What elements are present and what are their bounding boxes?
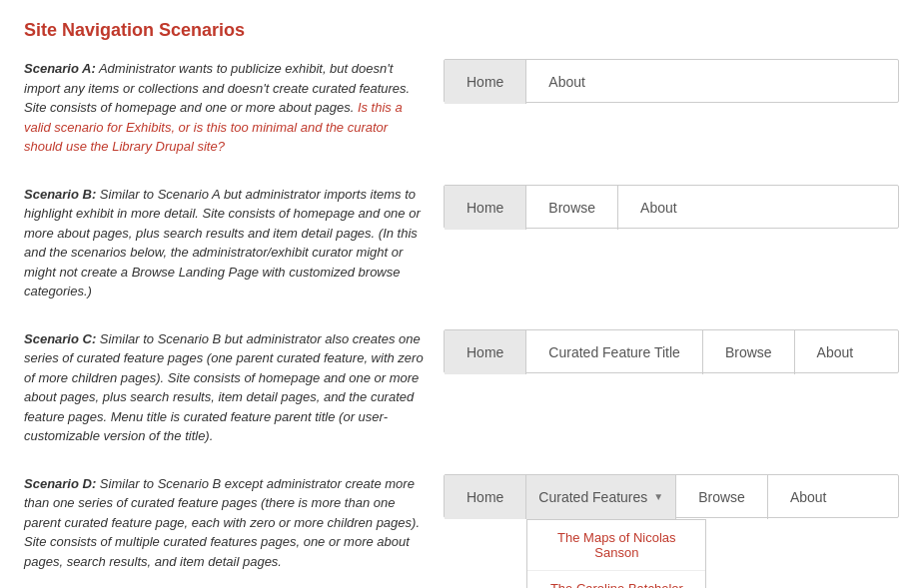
nav-home-a[interactable]: Home	[445, 60, 526, 104]
curated-features-menu: The Maps of Nicolas Sanson The Caroline …	[526, 519, 706, 589]
dropdown-item-sanson[interactable]: The Maps of Nicolas Sanson	[527, 520, 705, 571]
scenario-d-label: Scenario D:	[24, 476, 96, 491]
scenario-c-body: Similar to Scenario B but administrator …	[24, 331, 424, 444]
scenario-b-body: Similar to Scenario A but administrator …	[24, 187, 421, 299]
nav-about-d[interactable]: About	[768, 475, 849, 519]
scenario-c-row: Scenario C: Similar to Scenario B but ad…	[24, 329, 899, 446]
scenario-c-text: Scenario C: Similar to Scenario B but ad…	[24, 329, 444, 446]
scenario-b-text: Scenario B: Similar to Scenario A but ad…	[24, 185, 444, 301]
nav-about-b[interactable]: About	[618, 186, 699, 230]
scenario-b-nav: Home Browse About	[444, 185, 899, 229]
dropdown-item-batchelor[interactable]: The Caroline Batchelor Collection	[527, 571, 705, 589]
nav-about-c[interactable]: About	[795, 330, 876, 374]
curated-features-label: Curated Features	[538, 489, 647, 505]
scenario-c-label: Scenario C:	[24, 331, 96, 346]
nav-browse-c[interactable]: Browse	[703, 330, 795, 374]
nav-home-b[interactable]: Home	[445, 186, 526, 230]
scenario-a-nav: Home About	[444, 59, 899, 103]
curated-features-dropdown-btn[interactable]: Curated Features ▼	[526, 475, 676, 519]
scenario-d-text: Scenario D: Similar to Scenario B except…	[24, 474, 444, 572]
nav-about-a[interactable]: About	[526, 60, 607, 104]
nav-browse-b[interactable]: Browse	[526, 186, 618, 230]
nav-browse-d[interactable]: Browse	[676, 475, 768, 519]
nav-home-c[interactable]: Home	[445, 330, 526, 374]
scenario-b-row: Scenario B: Similar to Scenario A but ad…	[24, 185, 899, 301]
dropdown-arrow-icon: ▼	[653, 491, 663, 502]
nav-home-d[interactable]: Home	[445, 475, 526, 519]
scenario-a-text: Scenario A: Administrator wants to publi…	[24, 59, 444, 157]
scenario-a-row: Scenario A: Administrator wants to publi…	[24, 59, 899, 157]
page-title: Site Navigation Scenarios	[24, 20, 899, 41]
curated-features-dropdown-wrapper: Curated Features ▼ The Maps of Nicolas S…	[526, 475, 676, 519]
scenario-c-nav: Home Curated Feature Title Browse About	[444, 329, 899, 373]
scenario-a-label: Scenario A:	[24, 61, 96, 76]
scenario-b-label: Scenario B:	[24, 187, 96, 202]
scenario-d-nav: Home Curated Features ▼ The Maps of Nico…	[444, 474, 899, 518]
nav-curated-c[interactable]: Curated Feature Title	[526, 330, 703, 374]
scenario-d-row: Scenario D: Similar to Scenario B except…	[24, 474, 899, 572]
